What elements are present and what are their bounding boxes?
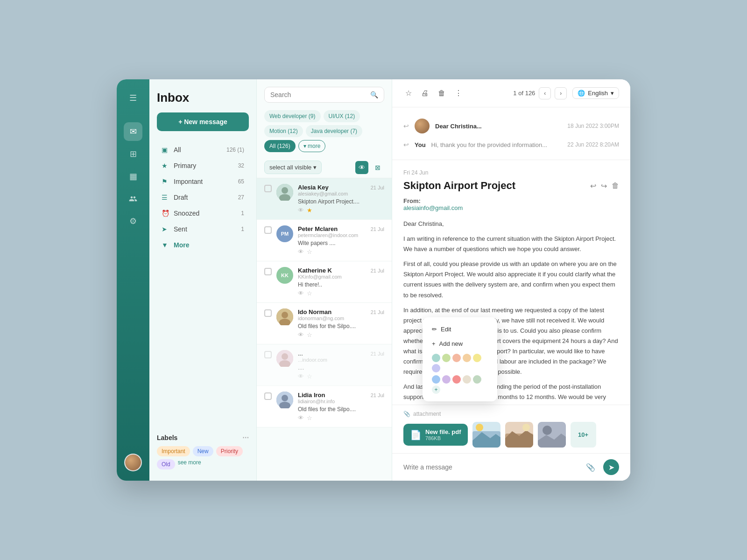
email-subject-line: Skipton Airport Project ↩ ↪ 🗑	[403, 180, 619, 192]
more-attachments[interactable]: 10+	[571, 422, 596, 448]
user-avatar[interactable]	[124, 454, 142, 471]
nav-item-primary[interactable]: ★ Primary 32	[157, 158, 249, 173]
context-add-new[interactable]: + Add new	[427, 336, 493, 351]
nav-item-snoozed[interactable]: ⏰ Snoozed 1	[157, 206, 249, 221]
color-dot-add[interactable]: +	[432, 385, 440, 394]
email-star-icon-2[interactable]: ☆	[307, 248, 312, 255]
email-item-2[interactable]: PM Peter Mclaren 21 Jul petermclaren@ind…	[257, 220, 392, 261]
attachment-file-1[interactable]: 📄 New file. pdf 786KB	[403, 424, 468, 446]
delete-toolbar-icon[interactable]: 🗑	[436, 87, 447, 99]
email-checkbox-4[interactable]	[264, 309, 272, 317]
email-view-icon-4[interactable]: 👁	[298, 331, 304, 338]
settings-nav-icon[interactable]: ⚙	[124, 212, 142, 231]
label-new[interactable]: New	[193, 446, 213, 456]
grid-nav-icon[interactable]: ⊞	[124, 145, 142, 163]
labels-options-icon[interactable]: ⋯	[242, 434, 249, 441]
attachment-img-2[interactable]	[505, 422, 533, 448]
email-star-icon-4[interactable]: ☆	[307, 331, 312, 338]
thread-item-2[interactable]: ↩ You Hi, thank you for the provided inf…	[403, 137, 619, 152]
email-checkbox-5[interactable]	[264, 351, 272, 358]
filter-more-button[interactable]: ▾ more	[298, 140, 326, 152]
filter-uiux[interactable]: UI/UX (12)	[324, 110, 360, 122]
calendar-nav-icon[interactable]: ▦	[124, 167, 142, 186]
nav-item-all[interactable]: ▣ All 126 (1)	[157, 142, 249, 157]
select-all-button[interactable]: select all visible ▾	[264, 161, 322, 174]
color-dot-3[interactable]	[452, 354, 461, 362]
email-checkbox-2[interactable]	[264, 226, 272, 234]
label-important[interactable]: Important	[157, 446, 190, 456]
attach-button[interactable]: 📎	[583, 459, 599, 475]
color-dot-4[interactable]	[463, 354, 471, 362]
next-page-button[interactable]: ›	[555, 87, 567, 99]
from-email: alesiainfo@gmail.com	[403, 204, 463, 211]
prev-page-button[interactable]: ‹	[539, 87, 551, 99]
sidebar-nav: ☰ ✉ ⊞ ▦ ⚙	[117, 79, 149, 481]
see-more-link[interactable]: see more	[178, 459, 201, 469]
view-grid-button[interactable]: ⊠	[371, 161, 384, 174]
nav-item-sent[interactable]: ➤ Sent 1	[157, 222, 249, 237]
label-old[interactable]: Old	[157, 459, 175, 469]
email-view-icon-3[interactable]: 👁	[298, 290, 304, 297]
email-content-2: Peter Mclaren 21 Jul petermclaren@indoor…	[298, 225, 384, 255]
star-toolbar-icon[interactable]: ☆	[403, 87, 414, 99]
nav-item-draft[interactable]: ☰ Draft 27	[157, 190, 249, 205]
filter-java-developer[interactable]: Java developer (7)	[306, 125, 362, 137]
attachment-img-1[interactable]	[472, 422, 500, 448]
more-toolbar-icon[interactable]: ⋮	[453, 87, 464, 99]
reply-subject-button[interactable]: ↩	[590, 182, 596, 190]
email-item-6[interactable]: Lidia Iron 21 Jul lidiairon@hr.info Old …	[257, 386, 392, 427]
color-dot-2[interactable]	[442, 354, 451, 362]
email-addr-6: lidiairon@hr.info	[298, 399, 384, 404]
color-dot-8[interactable]	[442, 375, 451, 384]
email-star-icon-5[interactable]: ☆	[307, 373, 312, 380]
email-toolbar: ☆ 🖨 🗑 ⋮ 1 of 126 ‹ › 🌐 English ▾	[392, 79, 630, 107]
email-star-icon-3[interactable]: ☆	[307, 290, 312, 297]
language-selector[interactable]: 🌐 English ▾	[572, 87, 619, 99]
reply-input[interactable]	[403, 463, 578, 471]
label-priority[interactable]: Priority	[216, 446, 243, 456]
delete-subject-button[interactable]: 🗑	[612, 182, 619, 190]
send-button[interactable]: ➤	[603, 459, 619, 475]
mail-nav-icon[interactable]: ✉	[124, 122, 142, 141]
email-checkbox-3[interactable]	[264, 268, 272, 275]
email-item-4[interactable]: Ido Norman 21 Jul idonorman@ng.com Old f…	[257, 303, 392, 344]
email-subject-text: Skipton Airport Project	[403, 180, 515, 192]
menu-icon[interactable]: ☰	[124, 89, 142, 107]
attachment-img-3[interactable]	[538, 422, 566, 448]
email-view-icon-6[interactable]: 👁	[298, 414, 304, 421]
color-dot-7[interactable]	[432, 375, 440, 384]
color-dot-1[interactable]	[432, 354, 440, 362]
more-chevron-icon: ▼	[162, 241, 169, 249]
color-dot-11[interactable]	[473, 375, 481, 384]
forward-subject-button[interactable]: ↪	[601, 182, 607, 190]
email-view-icon-1[interactable]: 👁	[298, 207, 304, 214]
nav-item-more[interactable]: ▼ More	[157, 238, 249, 252]
nav-count-sent: 1	[241, 226, 244, 232]
email-checkbox-6[interactable]	[264, 392, 272, 400]
email-star-icon-6[interactable]: ☆	[307, 414, 312, 421]
context-edit[interactable]: ✏ Edit	[427, 322, 493, 336]
email-item-5[interactable]: ... 21 Jul ...indoor.com .... 👁 ☆	[257, 344, 392, 386]
color-dot-10[interactable]	[463, 375, 471, 384]
email-item-1[interactable]: Alesia Key 21 Jul alesiakey@gmail.com Sk…	[257, 178, 392, 220]
email-view-icon-5[interactable]: 👁	[298, 373, 304, 380]
users-nav-icon[interactable]	[124, 189, 142, 208]
email-view-icon-2[interactable]: 👁	[298, 248, 304, 255]
email-checkbox-1[interactable]	[264, 185, 272, 192]
new-message-button[interactable]: + New message	[157, 112, 249, 131]
email-item-3[interactable]: KK Katherine K 21 Jul KKinfo@gmail.com H…	[257, 261, 392, 303]
nav-item-important[interactable]: ⚑ Impontant 65	[157, 174, 249, 189]
filter-web-developer[interactable]: Web developer (9)	[264, 110, 321, 122]
filter-motion[interactable]: Motion (12)	[264, 125, 303, 137]
inbox-title: Inbox	[157, 91, 249, 105]
color-dot-9[interactable]	[452, 375, 461, 384]
view-eye-button[interactable]: 👁	[355, 161, 368, 174]
email-subject-3: Hi there!..	[298, 281, 384, 288]
email-star-icon-1[interactable]: ★	[307, 207, 312, 214]
filter-all[interactable]: All (126)	[264, 140, 296, 152]
print-toolbar-icon[interactable]: 🖨	[419, 87, 430, 99]
color-dot-6[interactable]	[432, 364, 440, 372]
search-input[interactable]	[270, 91, 366, 98]
color-dot-5[interactable]	[473, 354, 481, 362]
thread-item-1[interactable]: ↩ Dear Christina... 18 Jun 2022 3:00PM	[403, 115, 619, 137]
